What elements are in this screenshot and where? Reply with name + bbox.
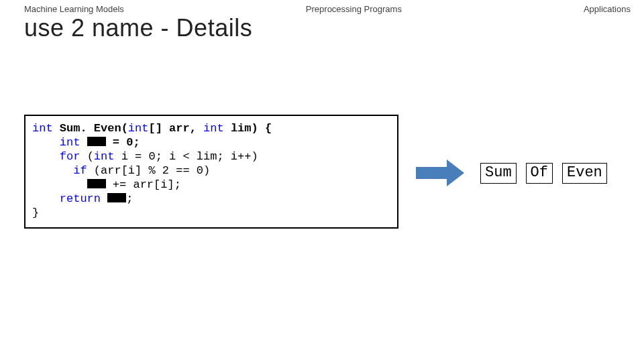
nav-left: Machine Learning Models xyxy=(24,4,124,14)
kw-return: return xyxy=(60,192,101,205)
code-box: int Sum. Even(int[] arr, int lim) { int … xyxy=(24,115,398,229)
kw-for: for xyxy=(60,150,80,163)
output-labels: Sum Of Even xyxy=(480,163,607,184)
param-arr: [] arr, xyxy=(148,122,196,135)
nav-right: Applications xyxy=(584,4,631,14)
kw-intarr: int xyxy=(128,122,149,135)
label-of: Of xyxy=(526,163,553,184)
content-area: int Sum. Even(int[] arr, int lim) { int … xyxy=(0,42,644,324)
close-brace: } xyxy=(32,206,39,219)
for-open: ( xyxy=(87,150,94,163)
label-even: Even xyxy=(562,163,607,184)
kw-if: if xyxy=(73,164,87,177)
nav-center: Preprocessing Programs xyxy=(306,4,402,14)
assign-zero: = 0; xyxy=(113,136,140,149)
arrow-shaft xyxy=(416,167,447,179)
return-semi: ; xyxy=(126,192,133,205)
addassign: += arr[i]; xyxy=(113,178,181,191)
arrow-head xyxy=(447,160,464,186)
mask-icon xyxy=(107,193,126,202)
page-title: use 2 name - Details xyxy=(0,14,644,42)
if-cond: (arr[i] % 2 == 0) xyxy=(94,164,210,177)
mask-icon xyxy=(87,179,106,188)
kw-int: int xyxy=(32,122,53,135)
kw-int-decl: int xyxy=(60,136,80,149)
for-body: i = 0; i < lim; i++) xyxy=(121,150,258,163)
mask-icon xyxy=(87,137,106,146)
label-sum: Sum xyxy=(480,163,517,184)
kw-int-loop: int xyxy=(94,150,115,163)
func-open: Sum. Even( xyxy=(60,122,128,135)
arrow-icon xyxy=(416,160,464,186)
param-lim: lim) { xyxy=(231,122,272,135)
nav-bar: Machine Learning Models Preprocessing Pr… xyxy=(0,0,644,14)
kw-int2: int xyxy=(203,122,224,135)
code-block: int Sum. Even(int[] arr, int lim) { int … xyxy=(32,121,390,220)
